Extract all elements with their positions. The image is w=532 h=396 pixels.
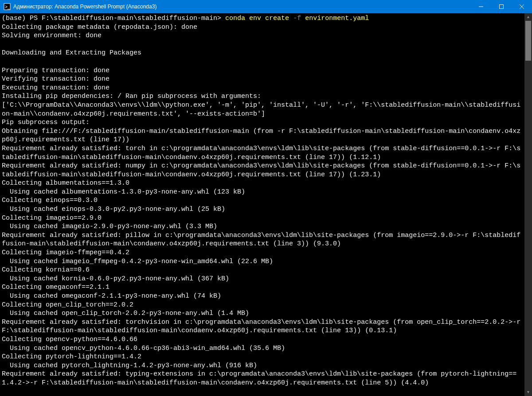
command-text-1: conda env create — [225, 15, 293, 22]
svg-text:>_: >_ — [5, 4, 10, 9]
scrollbar-track[interactable] — [524, 21, 532, 388]
prompt-prefix: (base) PS F:\stablediffusion-main\stable… — [2, 15, 225, 22]
command-text-2: environment.yaml — [301, 15, 369, 22]
minimize-button[interactable] — [471, 0, 491, 13]
scroll-down-arrow-icon[interactable]: ▼ — [524, 388, 532, 396]
app-icon: >_ — [4, 3, 11, 10]
vertical-scrollbar[interactable]: ▲ ▼ — [524, 13, 532, 396]
application-window: >_ Администратор: Anaconda Powershell Pr… — [0, 0, 532, 396]
terminal-output[interactable]: (base) PS F:\stablediffusion-main\stable… — [0, 13, 524, 396]
scroll-up-arrow-icon[interactable]: ▲ — [524, 13, 532, 21]
window-title: Администратор: Anaconda Powershell Promp… — [13, 4, 156, 10]
maximize-button[interactable] — [491, 0, 512, 13]
close-button[interactable] — [512, 0, 532, 13]
scrollbar-thumb[interactable] — [525, 21, 531, 61]
titlebar[interactable]: >_ Администратор: Anaconda Powershell Pr… — [0, 0, 532, 13]
command-option: -f — [293, 15, 301, 22]
terminal-container: (base) PS F:\stablediffusion-main\stable… — [0, 13, 532, 396]
terminal-log: Collecting package metadata (repodata.js… — [2, 23, 524, 387]
svg-rect-3 — [500, 5, 504, 9]
